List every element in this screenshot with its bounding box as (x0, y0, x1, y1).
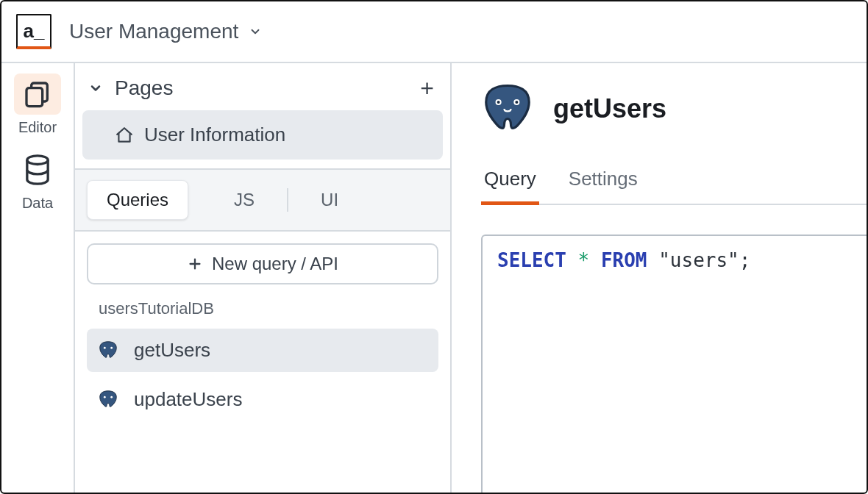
main-tab-query[interactable]: Query (481, 168, 539, 204)
tab-ui[interactable]: UI (302, 181, 357, 219)
rail-item-data[interactable]: Data (8, 149, 67, 212)
plus-icon (187, 256, 203, 272)
query-name: updateUsers (134, 388, 242, 411)
svg-point-2 (27, 156, 48, 165)
data-icon-wrap (14, 149, 61, 190)
body: Editor Data Pag (1, 63, 867, 493)
page-row-user-information[interactable]: User Information (82, 110, 443, 160)
postgres-icon (481, 82, 534, 135)
tab-js[interactable]: JS (215, 181, 274, 219)
main-tab-settings[interactable]: Settings (566, 168, 641, 204)
database-icon (23, 154, 52, 186)
sidebar-tabs: Queries JS UI (75, 170, 450, 232)
pages-toggle[interactable]: Pages (88, 76, 173, 100)
add-page-button[interactable]: + (420, 76, 434, 100)
query-title: getUsers (553, 93, 666, 124)
sql-keyword: SELECT (497, 249, 566, 271)
top-bar: a_ User Management (1, 1, 867, 63)
rail-label-data: Data (22, 195, 53, 212)
pages-title: Pages (115, 76, 173, 100)
datasource-label: usersTutorialDB (75, 292, 450, 326)
new-query-label: New query / API (212, 254, 338, 274)
svg-point-6 (110, 395, 113, 398)
editor-icon (23, 79, 52, 109)
tab-queries[interactable]: Queries (87, 180, 188, 220)
app-root: a_ User Management Editor (0, 0, 868, 494)
new-query-button[interactable]: New query / API (87, 243, 438, 284)
logo-text: a_ (24, 20, 45, 43)
sql-editor[interactable]: SELECT * FROM "users"; (481, 235, 867, 493)
query-row-getusers[interactable]: getUsers (87, 329, 438, 372)
main-panel: getUsers Query Settings SELECT * FROM "u… (452, 63, 867, 493)
postgres-icon (97, 389, 119, 411)
svg-point-10 (515, 101, 518, 104)
app-name: User Management (69, 20, 238, 43)
tab-separator (287, 188, 288, 212)
rail-label-editor: Editor (18, 119, 57, 136)
sql-operator: * (578, 249, 590, 271)
rail-item-editor[interactable]: Editor (8, 74, 67, 136)
sql-rest: "users"; (658, 249, 750, 271)
pages-header: Pages + (75, 63, 450, 110)
svg-point-3 (104, 346, 106, 348)
svg-point-5 (104, 395, 106, 398)
app-name-dropdown[interactable]: User Management (69, 20, 262, 43)
svg-rect-1 (26, 88, 43, 107)
query-name: getUsers (134, 339, 210, 362)
postgres-icon (97, 340, 119, 362)
left-rail: Editor Data (1, 63, 75, 493)
main-tabs: Query Settings (481, 168, 867, 205)
sql-keyword: FROM (601, 249, 647, 271)
chevron-down-icon (88, 81, 103, 96)
chevron-down-icon (249, 25, 262, 38)
main-header: getUsers (481, 82, 867, 135)
app-logo[interactable]: a_ (16, 14, 51, 49)
sidebar: Pages + User Information Queries JS UI (75, 63, 452, 493)
svg-point-8 (497, 101, 500, 104)
svg-point-4 (110, 346, 113, 348)
page-name: User Information (144, 124, 285, 146)
home-icon (115, 126, 134, 145)
query-row-updateusers[interactable]: updateUsers (87, 378, 438, 421)
editor-icon-wrap (14, 74, 61, 115)
